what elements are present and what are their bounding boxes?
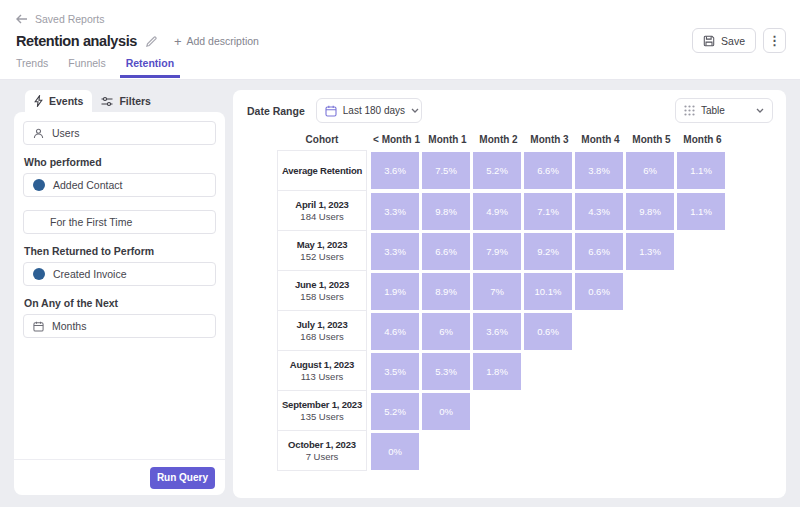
- retention-cells: 5.2%0%: [371, 391, 473, 431]
- chevron-down-icon: [756, 108, 764, 113]
- chevron-down-icon: [411, 108, 419, 113]
- retention-cell[interactable]: 0.6%: [524, 313, 572, 350]
- cohort-users: 152 Users: [300, 251, 343, 263]
- date-range-label: Date Range: [247, 105, 305, 117]
- retention-cell[interactable]: 6%: [626, 152, 674, 189]
- first-time-selector[interactable]: For the First Time: [23, 210, 216, 234]
- back-link[interactable]: Saved Reports: [16, 13, 104, 25]
- view-selector-dropdown[interactable]: Table: [675, 98, 773, 123]
- date-range-dropdown[interactable]: Last 180 days: [316, 98, 422, 123]
- cohort-cell: August 1, 2023113 Users: [277, 350, 367, 391]
- retention-cells: 4.6%6%3.6%0.6%: [371, 311, 575, 351]
- save-button[interactable]: Save: [692, 28, 756, 53]
- date-range-value: Last 180 days: [343, 105, 405, 116]
- tab-funnels[interactable]: Funnels: [62, 57, 111, 78]
- retention-cell[interactable]: 0%: [371, 433, 419, 470]
- tab-filters[interactable]: Filters: [92, 90, 160, 112]
- retention-cell[interactable]: 1.1%: [677, 152, 725, 189]
- retention-table: Cohort < Month 1 Month 1 Month 2 Month 3…: [277, 134, 786, 471]
- retention-cell[interactable]: 3.3%: [371, 233, 419, 270]
- retention-cell[interactable]: 3.6%: [371, 152, 419, 189]
- retention-cell[interactable]: 1.3%: [626, 233, 674, 270]
- run-query-button[interactable]: Run Query: [150, 467, 215, 489]
- column-header: Month 6: [677, 134, 728, 145]
- cohort-label: May 1, 2023: [297, 238, 348, 251]
- column-header: Month 4: [575, 134, 626, 145]
- user-icon: [33, 128, 44, 139]
- retention-cell[interactable]: 6.6%: [422, 233, 470, 270]
- cohort-label: September 1, 2023: [282, 398, 362, 411]
- retention-cell[interactable]: 3.5%: [371, 353, 419, 390]
- filters-tab-label: Filters: [119, 95, 151, 107]
- retention-cell[interactable]: 0.6%: [575, 273, 623, 310]
- add-description-label: Add description: [187, 35, 259, 47]
- cohort-label: August 1, 2023: [290, 358, 354, 371]
- retention-cell[interactable]: 4.9%: [473, 193, 521, 230]
- event-dot-icon: [33, 268, 45, 280]
- retention-cell[interactable]: 7.9%: [473, 233, 521, 270]
- retention-cell[interactable]: 6%: [422, 313, 470, 350]
- back-label: Saved Reports: [35, 13, 104, 25]
- column-header: Month 5: [626, 134, 677, 145]
- retention-cell[interactable]: 7.1%: [524, 193, 572, 230]
- cohort-users: 7 Users: [306, 451, 339, 463]
- retention-cell[interactable]: 1.1%: [677, 193, 725, 230]
- retention-cell[interactable]: 3.8%: [575, 152, 623, 189]
- on-any-label: On Any of the Next: [24, 298, 216, 309]
- retention-cell[interactable]: 0%: [422, 393, 470, 430]
- cohort-label: July 1, 2023: [297, 318, 348, 331]
- tab-trends[interactable]: Trends: [10, 57, 54, 78]
- retention-cell[interactable]: 9.8%: [422, 193, 470, 230]
- retention-cell[interactable]: 4.3%: [575, 193, 623, 230]
- events-tab-label: Events: [49, 95, 83, 107]
- retention-cell[interactable]: 7%: [473, 273, 521, 310]
- cohort-cell: May 1, 2023152 Users: [277, 230, 367, 271]
- cohort-users: 184 Users: [300, 211, 343, 223]
- return-event-selector[interactable]: Created Invoice: [23, 262, 216, 286]
- cohort-users: 135 Users: [300, 411, 343, 423]
- retention-cell[interactable]: 5.2%: [473, 152, 521, 189]
- retention-cell[interactable]: 8.9%: [422, 273, 470, 310]
- filters-icon: [101, 96, 113, 107]
- table-row: Average Retention3.6%7.5%5.2%6.6%3.8%6%1…: [277, 150, 786, 191]
- retention-cells: 1.9%8.9%7%10.1%0.6%: [371, 271, 626, 311]
- retention-cell[interactable]: 6.6%: [524, 152, 572, 189]
- retention-cell[interactable]: 10.1%: [524, 273, 572, 310]
- table-row: July 1, 2023168 Users4.6%6%3.6%0.6%: [277, 311, 786, 351]
- retention-cell[interactable]: 9.8%: [626, 193, 674, 230]
- retention-cell[interactable]: 5.3%: [422, 353, 470, 390]
- more-options-button[interactable]: ⋮: [763, 28, 786, 53]
- users-selector[interactable]: Users: [23, 121, 216, 145]
- retention-cell[interactable]: 4.6%: [371, 313, 419, 350]
- table-row: May 1, 2023152 Users3.3%6.6%7.9%9.2%6.6%…: [277, 231, 786, 271]
- retention-cell[interactable]: 3.6%: [473, 313, 521, 350]
- save-label: Save: [721, 35, 745, 47]
- lightning-icon: [34, 95, 43, 107]
- tab-retention[interactable]: Retention: [120, 57, 180, 78]
- column-header: Month 2: [473, 134, 524, 145]
- add-description-button[interactable]: +Add description: [174, 34, 259, 49]
- users-label: Users: [52, 127, 79, 139]
- retention-cell[interactable]: 3.3%: [371, 193, 419, 230]
- retention-cell[interactable]: 1.8%: [473, 353, 521, 390]
- table-row: August 1, 2023113 Users3.5%5.3%1.8%: [277, 351, 786, 391]
- column-header: Month 3: [524, 134, 575, 145]
- edit-title-icon[interactable]: [145, 35, 158, 48]
- retention-cell[interactable]: 5.2%: [371, 393, 419, 430]
- retention-cell[interactable]: 1.9%: [371, 273, 419, 310]
- calendar-icon: [325, 105, 337, 117]
- retention-cell[interactable]: 9.2%: [524, 233, 572, 270]
- retention-cell[interactable]: 6.6%: [575, 233, 623, 270]
- view-selector-value: Table: [701, 105, 725, 116]
- unit-selector[interactable]: Months: [23, 314, 216, 338]
- retention-cell[interactable]: 7.5%: [422, 152, 470, 189]
- first-event-selector[interactable]: Added Contact: [23, 173, 216, 197]
- cohort-cell: July 1, 2023168 Users: [277, 310, 367, 351]
- page-header: Saved Reports Retention analysis +Add de…: [0, 0, 800, 80]
- cohort-cell: April 1, 2023184 Users: [277, 190, 367, 231]
- table-row: June 1, 2023158 Users1.9%8.9%7%10.1%0.6%: [277, 271, 786, 311]
- table-body: Average Retention3.6%7.5%5.2%6.6%3.8%6%1…: [277, 150, 786, 471]
- cohort-cell: September 1, 2023135 Users: [277, 390, 367, 431]
- tab-events[interactable]: Events: [25, 90, 92, 112]
- table-row: April 1, 2023184 Users3.3%9.8%4.9%7.1%4.…: [277, 191, 786, 231]
